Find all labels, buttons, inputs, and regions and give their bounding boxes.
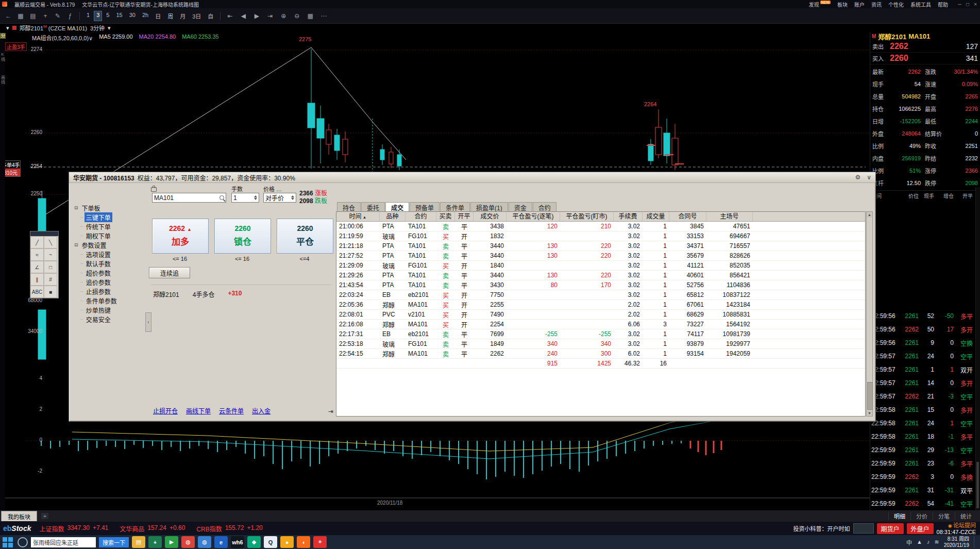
- left-vertical-tab[interactable]: 画线: [0, 75, 6, 85]
- prev-bar-icon[interactable]: ◀: [238, 12, 248, 20]
- fill-row[interactable]: 22:05:36 郑醇 MA101 买 开 2255 2.02 1 67061 …: [336, 300, 865, 310]
- panel-layout-icon[interactable]: ▦: [15, 12, 26, 20]
- period-button[interactable]: 月: [177, 11, 188, 21]
- fill-row[interactable]: 22:54:15 郑醇 MA101 卖 平 2262 240 300 6.02 …: [336, 349, 865, 359]
- left-vertical-tab[interactable]: K线: [0, 52, 6, 62]
- stock-app-icon[interactable]: ◆: [247, 536, 261, 548]
- period-button[interactable]: 3: [94, 11, 102, 21]
- chart-tab-symbol[interactable]: 郑醇2101M (CZCE MA101): [20, 24, 87, 32]
- angle-tool-icon[interactable]: ∠: [30, 261, 44, 273]
- left-vertical-tab[interactable]: 分: [0, 33, 6, 39]
- line-tool-icon[interactable]: ╱: [30, 236, 44, 248]
- price-spinner-icon[interactable]: [291, 195, 294, 200]
- forum-question-link[interactable]: 论坛提问: [948, 522, 976, 529]
- tree-node[interactable]: 炒单热键: [74, 305, 146, 314]
- fill-row[interactable]: 22:03:24 EB eb2101 买 开 7750 3.02 1 65812…: [336, 290, 865, 300]
- next-bar-icon[interactable]: ▶: [251, 12, 262, 20]
- blotter-tab[interactable]: 委托: [361, 202, 385, 212]
- ime-icon[interactable]: 中: [906, 538, 912, 546]
- scroll-up-icon[interactable]: ▲: [867, 212, 872, 218]
- folder-icon[interactable]: ▤: [132, 536, 145, 548]
- symbol-input[interactable]: MA101: [152, 193, 226, 203]
- add-board-button[interactable]: +: [41, 513, 48, 519]
- tree-node[interactable]: 条件单参数: [74, 296, 146, 305]
- tick-view-tab[interactable]: 明细: [888, 512, 910, 520]
- back-icon[interactable]: ←: [3, 12, 13, 20]
- grid-view-icon[interactable]: ▦: [305, 12, 315, 20]
- text-tool-icon[interactable]: ABC: [30, 286, 44, 298]
- order-link[interactable]: 画线下单: [186, 406, 211, 415]
- search-go-button[interactable]: 搜索一下: [99, 537, 129, 547]
- video-player-icon[interactable]: ▶: [165, 536, 178, 548]
- scroll-down-icon[interactable]: ▼: [867, 410, 872, 416]
- expand-arrow-icon[interactable]: ⇥: [328, 408, 333, 415]
- chat-app-icon[interactable]: ◖: [297, 536, 310, 548]
- lock-icon[interactable]: [151, 187, 157, 192]
- scroll-thumb[interactable]: [867, 382, 873, 410]
- fill-row[interactable]: 21:27:52 PTA TA101 卖 平 3440 130 220 3.02…: [336, 251, 865, 261]
- show-desktop-button[interactable]: [974, 536, 977, 548]
- titlebar-right-menu[interactable]: 板块: [837, 1, 848, 8]
- search-icon[interactable]: [219, 195, 224, 200]
- qq-icon[interactable]: Q: [264, 536, 277, 548]
- tick-view-tab[interactable]: 分笔: [933, 512, 955, 520]
- bid-row[interactable]: 买入 2260 341: [870, 53, 980, 64]
- curve-tool-icon[interactable]: ~: [44, 248, 57, 261]
- taskbar-search-input[interactable]: 张雨绮回应朱正廷: [31, 537, 96, 547]
- ie-icon[interactable]: e: [214, 536, 228, 548]
- dialog-settings-icon[interactable]: ⚙: [855, 174, 860, 181]
- price-type-select[interactable]: 对手价: [263, 193, 296, 203]
- lock-position-button[interactable]: 2260 锁仓: [214, 219, 271, 254]
- fill-row[interactable]: 21:00:06 PTA TA101 卖 平 3438 120 210 3.02…: [336, 222, 865, 231]
- taskbar-clock[interactable]: 8:31 周四 2020/11/19: [944, 536, 969, 548]
- search-assistant-icon[interactable]: [18, 537, 28, 547]
- position-summary-row[interactable]: 郑醇2101 4手多仓 +310: [153, 290, 242, 298]
- tree-node[interactable]: 默认手数: [74, 259, 146, 268]
- period-button[interactable]: 15: [113, 11, 125, 21]
- ma-combo-label[interactable]: MA组合(0,5,20,60,0,0)∨: [32, 34, 93, 42]
- blotter-tab[interactable]: 损盈单(1): [470, 202, 508, 212]
- palette-drag-handle[interactable]: [30, 231, 58, 236]
- period-button[interactable]: 5: [104, 11, 112, 21]
- close-button[interactable]: ×: [974, 2, 977, 7]
- indicator-icon[interactable]: ƒ: [65, 12, 75, 20]
- titlebar-right-menu[interactable]: 账户: [854, 1, 865, 8]
- titlebar-right-menu[interactable]: 帮助: [938, 1, 948, 8]
- period-button[interactable]: 2h: [140, 11, 151, 21]
- quantity-spinner-icon[interactable]: [254, 195, 257, 200]
- red-app-icon[interactable]: ✶: [313, 536, 327, 548]
- chart-tab-caret-icon[interactable]: ▾: [6, 25, 9, 31]
- tick-view-tab[interactable]: 统计: [955, 512, 977, 520]
- zoom-in-icon[interactable]: ⊕: [278, 12, 289, 20]
- dialog-titlebar[interactable]: 华安期货 - 100816153 权益：43,797，可用资金：29,857，资…: [69, 172, 875, 183]
- crosshair-icon[interactable]: +: [40, 12, 50, 20]
- foreign-account-button[interactable]: 外盘户: [907, 523, 934, 534]
- chart-type-icon[interactable]: ▤: [28, 12, 38, 20]
- titlebar-right-menu[interactable]: 个性化: [888, 1, 904, 8]
- more-icon[interactable]: ⋯: [318, 12, 329, 20]
- blotter-tab[interactable]: 资金: [509, 202, 532, 212]
- start-button[interactable]: [1, 537, 14, 548]
- tree-node[interactable]: 选项设置: [74, 249, 146, 259]
- ask-row[interactable]: 卖出 2262 127: [870, 41, 980, 53]
- zoom-out-icon[interactable]: ⊖: [292, 12, 302, 20]
- color-swatch-icon[interactable]: ■: [44, 286, 57, 298]
- fill-row[interactable]: 21:29:09 玻璃 FG101 买 开 1840 3.02 1 41121 …: [336, 261, 865, 271]
- close-position-button[interactable]: 2260 平仓: [277, 219, 333, 254]
- period-button[interactable]: 日: [153, 11, 163, 21]
- page-last-icon[interactable]: ⇥: [265, 12, 275, 20]
- tree-node[interactable]: 交易安全: [74, 314, 146, 324]
- period-button[interactable]: 自: [205, 11, 216, 21]
- buy-open-button[interactable]: 2262 ▲ 加多: [152, 219, 209, 254]
- tick-list-scrollbar[interactable]: [975, 187, 980, 510]
- minimize-button[interactable]: ─: [958, 2, 961, 7]
- panel-collapse-handle[interactable]: ‹: [145, 312, 151, 332]
- tree-node[interactable]: 下单板: [74, 203, 146, 212]
- titlebar-right-menu[interactable]: 系统工具: [910, 1, 931, 8]
- rect-tool-icon[interactable]: □: [44, 261, 57, 273]
- quantity-stepper[interactable]: 1: [231, 193, 259, 203]
- tip-thumbnail[interactable]: [853, 523, 874, 534]
- tree-node[interactable]: 超价参数: [74, 268, 146, 277]
- period-button[interactable]: 周: [165, 11, 176, 21]
- fill-row[interactable]: 21:43:54 PTA TA101 卖 平 3430 80 170 3.02 …: [336, 280, 865, 290]
